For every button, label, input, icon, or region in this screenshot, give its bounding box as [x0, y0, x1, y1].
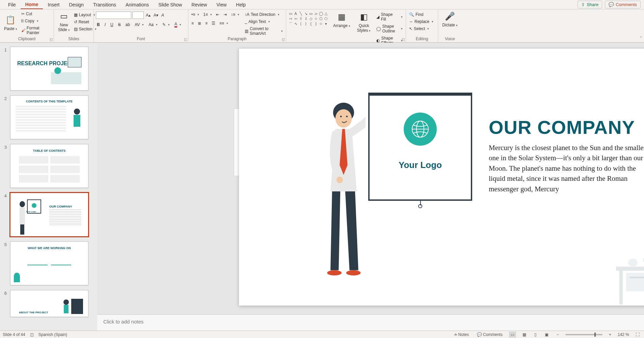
quick-styles-button[interactable]: ◧Quick Styles [355, 11, 373, 34]
find-button[interactable]: 🔍Find [408, 11, 424, 18]
increase-indent-button[interactable]: ⇥ [222, 11, 228, 18]
slide-canvas[interactable]: Your Logo OUR COMPANY Mercury is the clo… [239, 49, 644, 306]
dictate-button[interactable]: 🎤Dictate [440, 11, 460, 29]
accessibility-icon[interactable]: ◫ [30, 332, 34, 337]
spacing-icon: AV [135, 22, 140, 27]
paste-icon: 📋 [5, 16, 16, 24]
font-dialog-launcher[interactable]: ◱ [184, 38, 187, 41]
tab-view[interactable]: View [212, 1, 231, 9]
underline-button[interactable]: U [109, 22, 114, 28]
increase-font-button[interactable]: A▴ [145, 12, 152, 18]
select-button[interactable]: ↖Select [408, 26, 430, 32]
share-button[interactable]: ⇪Share [578, 1, 602, 8]
slide-canvas-area[interactable]: Your Logo OUR COMPANY Mercury is the clo… [97, 43, 644, 314]
format-painter-button[interactable]: 🖌Format Painter [20, 25, 52, 36]
align-center-button[interactable]: ≣ [197, 20, 202, 26]
reading-view-button[interactable]: ▯ [533, 332, 538, 338]
paragraph-dialog-launcher[interactable]: ◱ [282, 38, 285, 41]
collapse-ribbon-button[interactable]: ˄ [638, 9, 644, 42]
slide-body-text[interactable]: Mercury is the closest planet to the Sun… [489, 143, 644, 194]
tab-slideshow[interactable]: Slide Show [154, 1, 187, 9]
numbering-icon: 1≡ [203, 12, 208, 17]
paste-button[interactable]: 📋 Paste [2, 15, 19, 32]
bullets-button[interactable]: •≡ [190, 11, 200, 18]
tab-animations[interactable]: Animations [121, 1, 154, 9]
slide-thumbnail-3[interactable]: TABLE OF CONTENTS [10, 144, 88, 188]
slide-thumbnail-5[interactable]: WHAT WE ARE WORKING ON [10, 241, 88, 285]
text-direction-button[interactable]: ↕AText Direction [244, 11, 280, 18]
copy-button[interactable]: ⎘Copy [20, 18, 39, 24]
svg-point-15 [340, 116, 342, 117]
svg-rect-25 [619, 271, 623, 305]
slide-title[interactable]: OUR COMPANY [489, 116, 635, 138]
presenter-illustration [320, 99, 366, 277]
slide-thumbnail-6[interactable]: ABOUT THE PROJECT [10, 290, 88, 317]
zoom-in-button[interactable]: + [607, 332, 613, 338]
font-highlight-button[interactable]: ✎ [161, 22, 171, 28]
drawing-dialog-launcher[interactable]: ◱ [402, 38, 405, 41]
align-text-button[interactable]: ⎯Align Text [244, 19, 271, 25]
tab-design[interactable]: Design [64, 1, 88, 9]
font-name-input[interactable] [96, 11, 131, 19]
slide-thumbnail-2[interactable]: CONTENTS OF THIS TEMPLATE [10, 95, 88, 139]
layout-button[interactable]: ▦Layout [73, 12, 96, 18]
justify-button[interactable]: ☰ [211, 20, 216, 26]
columns-button[interactable]: ≡≡ [218, 20, 229, 26]
tab-transitions[interactable]: Transitions [88, 1, 121, 9]
language-status[interactable]: Spanish (Spain) [38, 332, 67, 337]
slideshow-view-button[interactable]: ▣ [543, 332, 550, 338]
cut-button[interactable]: ✂Cut [20, 11, 33, 17]
new-slide-button[interactable]: ▭ New Slide [56, 11, 72, 33]
numbering-button[interactable]: 1≡ [202, 11, 213, 18]
line-spacing-button[interactable]: ↕≡ [230, 11, 240, 18]
shape-outline-button[interactable]: ◯Shape Outline [375, 23, 404, 34]
slide-thumbnail-1[interactable]: RESEARCH PROJECT [10, 47, 88, 91]
logo-placeholder-text: Your Logo [370, 160, 471, 170]
effects-icon: ◐ [376, 38, 380, 43]
font-size-input[interactable] [132, 11, 144, 19]
reset-button[interactable]: ↺Reset [73, 19, 90, 25]
shape-fill-button[interactable]: ◢Shape Fill [375, 11, 404, 22]
shapes-gallery[interactable]: ▭A╲↘▭▱◯△ ⇨⇦⇧⇩◇☆⬡⬠ ⌒∿⟨⟩{}☆▾ [288, 11, 328, 26]
thumb-number: 6 [3, 290, 7, 317]
notes-pane[interactable]: Click to add notes [97, 314, 644, 331]
group-label-voice: Voice [440, 37, 460, 42]
tab-file[interactable]: File [3, 1, 21, 9]
change-case-button[interactable]: Aa [147, 22, 159, 28]
align-left-button[interactable]: ≡ [190, 20, 195, 26]
tab-help[interactable]: Help [231, 1, 250, 9]
find-icon: 🔍 [409, 12, 414, 17]
tab-review[interactable]: Review [187, 1, 212, 9]
clear-formatting-button[interactable]: A [160, 12, 165, 18]
spacing-button[interactable]: AV [134, 22, 145, 28]
projector-screen: Your Logo [368, 93, 472, 201]
replace-button[interactable]: ↔Replace [408, 19, 434, 25]
strike-button[interactable]: S [117, 22, 122, 28]
comments-toggle-button[interactable]: 💬Comments [475, 332, 504, 338]
arrange-button[interactable]: ▦Arrange [331, 11, 352, 29]
smartart-button[interactable]: ▥Convert to SmartArt [244, 26, 284, 37]
sorter-view-button[interactable]: ▦ [521, 332, 528, 338]
comments-button[interactable]: 💬Comments [605, 1, 641, 8]
align-right-button[interactable]: ≡ [204, 20, 209, 26]
decrease-font-button[interactable]: A▾ [153, 12, 159, 18]
notes-toggle-button[interactable]: ≐Notes [452, 332, 471, 338]
slide-thumbnails-panel[interactable]: 1 RESEARCH PROJECT 2 CONTENTS OF THIS TE… [0, 43, 97, 331]
svg-rect-24 [616, 267, 644, 271]
font-color-button[interactable]: A [173, 21, 182, 28]
slide-thumbnail-4[interactable]: OUR COMPANY Your Logo [10, 193, 88, 237]
italic-button[interactable]: I [104, 22, 107, 28]
zoom-level[interactable]: 142 % [618, 332, 629, 337]
decrease-indent-button[interactable]: ⇤ [215, 11, 220, 18]
tab-insert[interactable]: Insert [43, 1, 64, 9]
fit-icon: ⛶ [636, 332, 640, 337]
zoom-slider[interactable] [565, 334, 602, 335]
zoom-out-button[interactable]: − [555, 332, 561, 338]
bold-button[interactable]: B [96, 22, 101, 28]
shadow-button[interactable]: ab [125, 22, 131, 28]
fit-to-window-button[interactable]: ⛶ [634, 332, 641, 338]
tab-home[interactable]: Home [21, 0, 43, 9]
reading-view-icon: ▯ [534, 332, 537, 337]
normal-view-button[interactable]: ▭ [509, 332, 516, 338]
clipboard-dialog-launcher[interactable]: ◱ [50, 38, 53, 41]
